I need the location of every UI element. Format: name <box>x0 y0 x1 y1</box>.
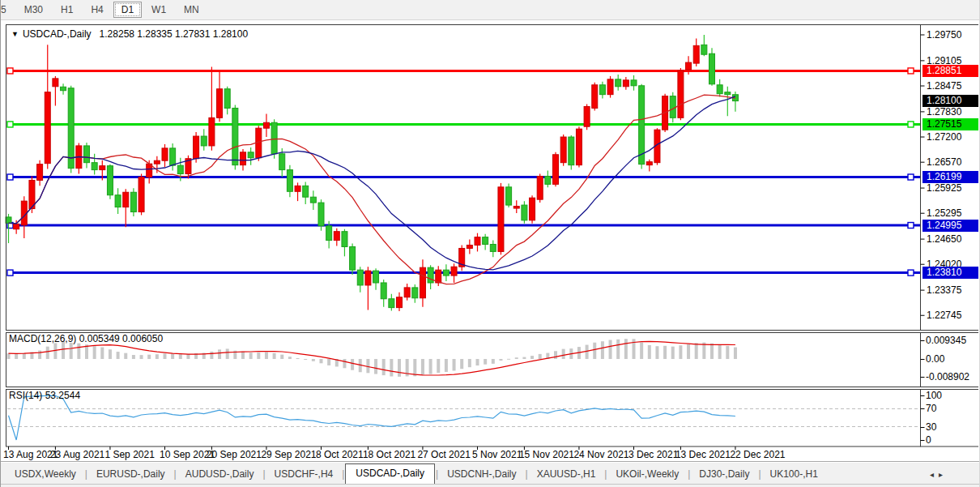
macd-axis-label: -0.008902 <box>926 371 969 382</box>
price-axis-label: 1.29750 <box>927 29 961 41</box>
macd-axis-label: 0.00 <box>926 353 944 365</box>
timeframe-button-h4[interactable]: H4 <box>83 2 111 18</box>
date-axis-label: 20 Sep 2021 <box>207 449 262 460</box>
hline-price-badge: 1.26199 <box>922 171 978 183</box>
chart-tab-usdx-weekly[interactable]: USDX,Weekly <box>6 465 84 484</box>
current-price-badge: 1.28100 <box>922 95 978 107</box>
date-axis-label: 24 Nov 2021 <box>573 449 628 460</box>
hline-price-badge: 1.24995 <box>922 220 978 232</box>
price-axis-label: 1.26570 <box>927 156 961 168</box>
status-bar-edge <box>0 484 980 487</box>
date-axis-label: 15 Nov 2021 <box>519 449 574 460</box>
price-axis-label: 1.25925 <box>927 182 961 194</box>
hline-price-badge: 1.23810 <box>922 267 978 279</box>
window-left-edge <box>0 0 1 487</box>
timeframe-button-w1[interactable]: W1 <box>143 2 174 18</box>
price-axis-label: 1.23375 <box>927 284 961 296</box>
hline-price-badge: 1.28851 <box>922 65 978 77</box>
chart-tab-uk100-h1[interactable]: UK100-,H1 <box>762 465 826 484</box>
chart-tab-ukoil-weekly[interactable]: UKOil-,Weekly <box>607 465 687 484</box>
price-axis-label: 1.22745 <box>927 310 961 321</box>
rsi-axis-label: 0 <box>926 434 931 446</box>
date-axis-label: 22 Dec 2021 <box>730 449 785 460</box>
date-axis-label: 8 Oct 2021 <box>316 449 364 460</box>
date-axis-label: 13 Dec 2021 <box>675 449 731 460</box>
tab-scroll-left-icon[interactable]: ◂ <box>930 470 939 479</box>
price-axis-label: 1.24650 <box>927 233 961 245</box>
macd-indicator-label: MACD(12,26,9) 0.005349 0.006050 <box>9 333 163 344</box>
rsi-axis-label: 100 <box>926 390 942 401</box>
chart-tab-usdcnh-daily[interactable]: USDCNH-,Daily <box>439 465 524 484</box>
date-axis-label: 3 Dec 2021 <box>628 449 678 460</box>
timeframe-button-h1[interactable]: H1 <box>53 2 81 18</box>
chart-title: ▼USDCAD-,Daily1.28258 1.28335 1.27831 1.… <box>11 28 248 40</box>
rsi-axis-label: 70 <box>926 403 936 414</box>
chart-tab-eurusd-daily[interactable]: EURUSD-,Daily <box>88 465 173 484</box>
symbol-dropdown-icon[interactable]: ▼ <box>11 30 19 38</box>
chart-symbol-label: USDCAD-,Daily <box>23 28 92 40</box>
chart-tab-bar: USDX,Weekly|EURUSD-,Daily|AUDUSD-,Daily|… <box>0 461 980 484</box>
chart-ohlc-values: 1.28258 1.28335 1.27831 1.28100 <box>100 28 249 40</box>
date-axis-label: 23 Aug 2021 <box>50 449 104 460</box>
price-axis-label: 1.27200 <box>927 131 961 143</box>
date-axis-label: 5 Nov 2021 <box>472 449 522 460</box>
timeframe-button-5[interactable]: 5 <box>0 2 15 18</box>
rsi-indicator-label: RSI(14) 53.2544 <box>9 390 80 401</box>
price-axis-label: 1.28475 <box>927 80 961 92</box>
date-axis-label: 27 Oct 2021 <box>417 449 470 460</box>
date-axis-label: 29 Sep 2021 <box>261 449 316 460</box>
date-axis-label: 1 Sep 2021 <box>104 449 154 460</box>
tab-scroll-buttons: ◂▸ <box>930 470 948 479</box>
rsi-axis-label: 30 <box>926 421 936 433</box>
timeframe-button-m30[interactable]: M30 <box>16 2 51 18</box>
hline-price-badge: 1.27515 <box>922 118 978 130</box>
chart-tab-usdcad-daily[interactable]: USDCAD-,Daily <box>345 464 435 484</box>
timeframe-button-d1[interactable]: D1 <box>113 2 142 18</box>
macd-axis-label: 0.009345 <box>926 335 966 346</box>
price-axis-label: 1.25295 <box>927 207 961 219</box>
timeframe-toolbar: 5M30H1H4D1W1MN <box>0 0 980 20</box>
price-axis-label: 1.27830 <box>927 106 961 117</box>
timeframe-button-mn[interactable]: MN <box>176 2 207 18</box>
date-axis-label: 18 Oct 2021 <box>363 449 415 460</box>
chart-tab-xauusd-h1[interactable]: XAUUSD-,H1 <box>529 465 604 484</box>
chart-tab-audusd-daily[interactable]: AUDUSD-,Daily <box>177 465 262 484</box>
chart-tab-usdchf-h4[interactable]: USDCHF-,H4 <box>266 465 342 484</box>
tab-scroll-right-icon[interactable]: ▸ <box>939 470 948 479</box>
price-chart-canvas[interactable] <box>0 0 980 487</box>
chart-tab-dj30-daily[interactable]: DJ30-,Daily <box>691 465 757 484</box>
